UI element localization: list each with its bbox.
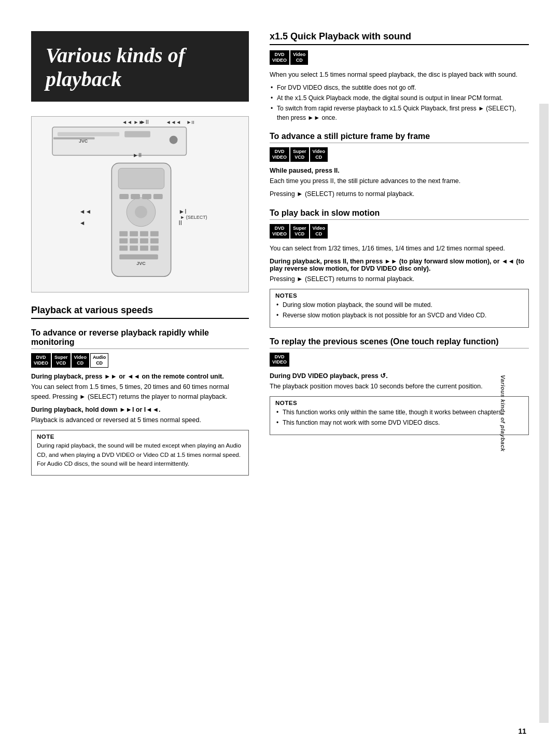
badge-video-cd-still: Video CD (310, 147, 328, 162)
slow-notes-list: During slow motion playback, the sound w… (275, 300, 523, 320)
device-illustration: JVC ►II ◄◄ ►► ►II ◄◄◄ (32, 117, 248, 292)
replay-note-1: This function works only within the same… (275, 408, 523, 417)
x15-heading: x1.5 Quick Playback with sound (270, 31, 529, 45)
still-picture-section: To advance a still picture frame by fram… (270, 132, 529, 199)
x15-bullet-2: At the x1.5 Quick Playback mode, the dig… (270, 93, 529, 103)
svg-text:◄◄  ►►: ◄◄ ►► (122, 119, 144, 125)
playback-speeds-heading: Playback at various speeds (31, 305, 249, 319)
svg-rect-14 (119, 194, 129, 199)
replay-heading: To replay the previous scenes (One touch… (270, 337, 529, 348)
instruction2-bold: During playback, hold down ►►I or I◄◄. (31, 406, 249, 413)
advance-badges: DVD VIDEO Super VCD Video CD Audio CD (31, 353, 249, 368)
slow-note-2: Reverse slow motion playback is not poss… (275, 311, 523, 320)
svg-rect-31 (119, 254, 158, 259)
svg-text:II: II (179, 219, 183, 227)
svg-rect-27 (130, 246, 138, 251)
badge-audio-cd: Audio CD (90, 353, 109, 368)
instruction2-text: Playback is advanced or reversed at 5 ti… (31, 415, 249, 425)
still-bold: While paused, press II. (270, 167, 529, 174)
svg-rect-1 (58, 132, 119, 136)
slow-bold: During playback, press II, then press ►►… (270, 258, 529, 272)
slow-badges: DVD VIDEO Super VCD Video CD (270, 224, 529, 239)
svg-rect-19 (130, 231, 138, 236)
svg-point-3 (170, 136, 178, 144)
advance-reverse-heading: To advance or reverse playback rapidly w… (31, 328, 249, 349)
svg-rect-21 (150, 231, 159, 236)
svg-text:►II: ►II (133, 152, 142, 158)
svg-rect-29 (150, 246, 159, 251)
still-text1: Each time you press II, the still pictur… (270, 176, 529, 186)
svg-text:◄◄: ◄◄ (79, 208, 92, 215)
x15-section: x1.5 Quick Playback with sound DVD VIDEO… (270, 31, 529, 122)
svg-rect-17 (153, 194, 163, 199)
main-layout: Various kinds of playback JVC ►II (31, 31, 529, 480)
badge-video-cd-slow: Video CD (310, 224, 328, 239)
slow-note-1: During slow motion playback, the sound w… (275, 300, 523, 310)
badge-super-vcd-still: Super VCD (290, 147, 309, 162)
badge-dvd-video-x15: DVD VIDEO (270, 50, 289, 65)
svg-rect-23 (130, 239, 138, 244)
replay-bold: During DVD VIDEO playback, press ↺. (270, 372, 529, 380)
svg-rect-25 (150, 239, 159, 244)
svg-text:►II: ►II (186, 119, 194, 125)
x15-badges: DVD VIDEO Video CD (270, 50, 529, 65)
page-number: 11 (518, 727, 526, 735)
replay-notes-box: NOTES This function works only within th… (270, 396, 529, 435)
still-heading: To advance a still picture frame by fram… (270, 132, 529, 143)
svg-rect-20 (140, 231, 148, 236)
svg-rect-26 (119, 246, 128, 251)
instruction1-bold: During playback, press ►► or ◄◄ on the r… (31, 373, 249, 380)
slow-motion-section: To play back in slow motion DVD VIDEO Su… (270, 208, 529, 327)
badge-video-cd: Video CD (72, 353, 89, 368)
left-note-box: NOTE During rapid playback, the sound wi… (31, 430, 249, 476)
slow-heading: To play back in slow motion (270, 208, 529, 220)
slow-notes-title: NOTES (275, 292, 523, 299)
replay-notes-title: NOTES (275, 400, 523, 406)
device-image: JVC ►II ◄◄ ►► ►II ◄◄◄ (31, 116, 249, 292)
svg-text:► (SELECT): ► (SELECT) (180, 215, 207, 220)
svg-text:►I: ►I (179, 208, 187, 215)
badge-dvd-video: DVD VIDEO (31, 353, 51, 368)
note-title: NOTE (37, 434, 243, 440)
x15-bullet-1: For DVD VIDEO discs, the subtitle does n… (270, 83, 529, 92)
svg-rect-11 (118, 168, 164, 189)
replay-badges: DVD VIDEO (270, 353, 529, 367)
slow-notes-box: NOTES During slow motion playback, the s… (270, 289, 529, 328)
replay-text: The playback position moves back 10 seco… (270, 382, 529, 392)
svg-text:JVC: JVC (136, 261, 146, 266)
svg-text:◄◄◄: ◄◄◄ (166, 119, 181, 125)
badge-dvd-slow: DVD VIDEO (270, 224, 289, 239)
badge-dvd-replay: DVD VIDEO (270, 353, 289, 367)
svg-rect-0 (52, 127, 186, 156)
still-badges: DVD VIDEO Super VCD Video CD (270, 147, 529, 162)
left-column: Various kinds of playback JVC ►II (31, 31, 249, 480)
slow-text1: You can select from 1/32 times, 1/16 tim… (270, 244, 529, 254)
title-block: Various kinds of playback (31, 31, 249, 102)
instruction1-text: You can select from 1.5 times, 5 times, … (31, 382, 249, 402)
svg-rect-4 (53, 137, 95, 139)
svg-point-13 (135, 206, 147, 218)
page: Various kinds of playback Various kinds … (0, 0, 560, 754)
slow-text2: Pressing ► (SELECT) returns to normal pl… (270, 274, 529, 284)
badge-dvd-still: DVD VIDEO (270, 147, 289, 162)
svg-rect-28 (140, 246, 148, 251)
svg-rect-16 (142, 194, 151, 199)
svg-rect-18 (119, 231, 128, 236)
svg-rect-2 (124, 131, 150, 137)
still-text2: Pressing ► (SELECT) returns to normal pl… (270, 189, 529, 199)
badge-super-vcd: Super VCD (52, 353, 71, 368)
right-column: x1.5 Quick Playback with sound DVD VIDEO… (270, 31, 529, 480)
svg-rect-22 (119, 239, 128, 244)
playback-speeds-section: Playback at various speeds To advance or… (31, 305, 249, 476)
svg-rect-24 (140, 239, 148, 244)
replay-note-2: This function may not work with some DVD… (275, 418, 523, 427)
x15-bullet-3: To switch from rapid reverse playback to… (270, 104, 529, 122)
x15-text: When you select 1.5 times normal speed p… (270, 70, 529, 80)
note-text: During rapid playback, the sound will be… (37, 441, 243, 469)
x15-bullet-list: For DVD VIDEO discs, the subtitle does n… (270, 83, 529, 122)
svg-text:JVC: JVC (79, 138, 88, 144)
page-title: Various kinds of playback (46, 44, 234, 91)
replay-notes-list: This function works only within the same… (275, 408, 523, 427)
sidebar-bar: Various kinds of playback (539, 104, 549, 723)
badge-video-cd-x15: Video CD (290, 50, 308, 65)
